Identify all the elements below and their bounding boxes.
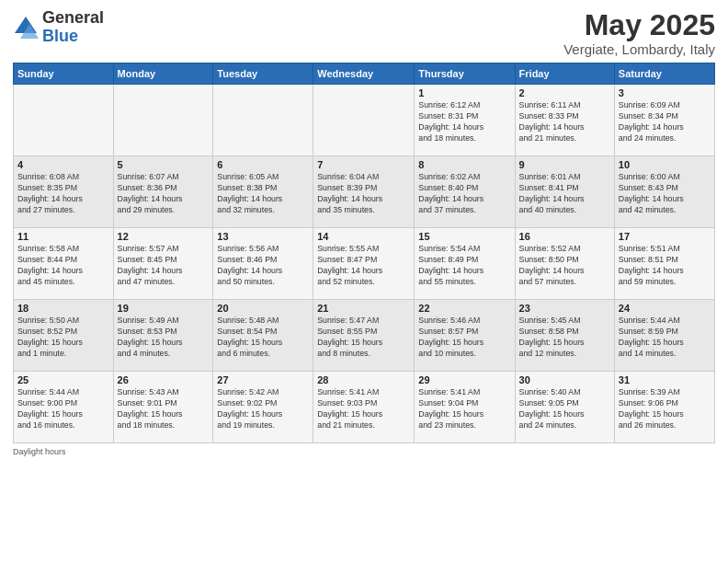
day-number: 26	[118, 374, 210, 385]
col-header-sunday: Sunday	[14, 63, 114, 85]
day-number: 2	[519, 87, 610, 98]
col-header-thursday: Thursday	[415, 63, 515, 85]
day-info: Sunrise: 5:43 AM Sunset: 9:01 PM Dayligh…	[118, 387, 210, 431]
day-info: Sunrise: 6:00 AM Sunset: 8:43 PM Dayligh…	[619, 172, 711, 216]
day-info: Sunrise: 5:54 AM Sunset: 8:49 PM Dayligh…	[418, 244, 510, 288]
calendar-cell: 11Sunrise: 5:58 AM Sunset: 8:44 PM Dayli…	[14, 228, 114, 300]
footer: Daylight hours	[13, 447, 715, 456]
day-number: 5	[118, 159, 210, 170]
calendar-cell: 6Sunrise: 6:05 AM Sunset: 8:38 PM Daylig…	[213, 156, 313, 228]
calendar-cell: 8Sunrise: 6:02 AM Sunset: 8:40 PM Daylig…	[415, 156, 515, 228]
day-number: 22	[418, 303, 510, 314]
header-row: SundayMondayTuesdayWednesdayThursdayFrid…	[14, 63, 715, 85]
day-number: 6	[217, 159, 309, 170]
day-info: Sunrise: 5:58 AM Sunset: 8:44 PM Dayligh…	[17, 244, 109, 288]
day-number: 17	[619, 231, 711, 242]
day-info: Sunrise: 5:44 AM Sunset: 9:00 PM Dayligh…	[17, 387, 109, 431]
calendar-cell: 16Sunrise: 5:52 AM Sunset: 8:50 PM Dayli…	[515, 228, 614, 300]
day-info: Sunrise: 5:39 AM Sunset: 9:06 PM Dayligh…	[619, 387, 711, 431]
day-number: 9	[519, 159, 610, 170]
day-number: 13	[217, 231, 309, 242]
calendar-cell: 14Sunrise: 5:55 AM Sunset: 8:47 PM Dayli…	[313, 228, 415, 300]
day-number: 20	[217, 303, 309, 314]
day-number: 27	[217, 374, 309, 385]
calendar-cell: 21Sunrise: 5:47 AM Sunset: 8:55 PM Dayli…	[313, 300, 415, 372]
logo: General Blue	[13, 9, 104, 46]
day-number: 23	[519, 303, 610, 314]
week-row-4: 18Sunrise: 5:50 AM Sunset: 8:52 PM Dayli…	[14, 300, 715, 372]
col-header-saturday: Saturday	[614, 63, 714, 85]
day-number: 29	[418, 374, 510, 385]
calendar-cell: 2Sunrise: 6:11 AM Sunset: 8:33 PM Daylig…	[515, 85, 614, 156]
day-number: 14	[317, 231, 410, 242]
day-info: Sunrise: 5:44 AM Sunset: 8:59 PM Dayligh…	[619, 316, 711, 360]
day-info: Sunrise: 5:42 AM Sunset: 9:02 PM Dayligh…	[217, 387, 309, 431]
day-info: Sunrise: 5:55 AM Sunset: 8:47 PM Dayligh…	[317, 244, 410, 288]
day-number: 31	[619, 374, 711, 385]
page: General Blue May 2025 Vergiate, Lombardy…	[0, 0, 728, 563]
calendar-cell: 18Sunrise: 5:50 AM Sunset: 8:52 PM Dayli…	[14, 300, 114, 372]
calendar-cell: 15Sunrise: 5:54 AM Sunset: 8:49 PM Dayli…	[415, 228, 515, 300]
day-info: Sunrise: 6:01 AM Sunset: 8:41 PM Dayligh…	[519, 172, 610, 216]
logo-text: General Blue	[42, 9, 104, 46]
day-number: 15	[418, 231, 510, 242]
calendar-cell: 22Sunrise: 5:46 AM Sunset: 8:57 PM Dayli…	[415, 300, 515, 372]
calendar-cell: 9Sunrise: 6:01 AM Sunset: 8:41 PM Daylig…	[515, 156, 614, 228]
day-number: 3	[619, 87, 711, 98]
day-info: Sunrise: 6:05 AM Sunset: 8:38 PM Dayligh…	[217, 172, 309, 216]
day-number: 1	[418, 87, 510, 98]
day-number: 7	[317, 159, 410, 170]
col-header-wednesday: Wednesday	[313, 63, 415, 85]
calendar-cell: 25Sunrise: 5:44 AM Sunset: 9:00 PM Dayli…	[14, 372, 114, 443]
subtitle: Vergiate, Lombardy, Italy	[563, 41, 715, 57]
day-info: Sunrise: 5:52 AM Sunset: 8:50 PM Dayligh…	[519, 244, 610, 288]
logo-general: General	[42, 9, 104, 28]
calendar-cell: 3Sunrise: 6:09 AM Sunset: 8:34 PM Daylig…	[614, 85, 714, 156]
day-info: Sunrise: 5:47 AM Sunset: 8:55 PM Dayligh…	[317, 316, 410, 360]
day-number: 4	[17, 159, 109, 170]
day-info: Sunrise: 6:04 AM Sunset: 8:39 PM Dayligh…	[317, 172, 410, 216]
logo-icon	[13, 15, 39, 40]
day-info: Sunrise: 5:48 AM Sunset: 8:54 PM Dayligh…	[217, 316, 309, 360]
col-header-friday: Friday	[515, 63, 614, 85]
day-info: Sunrise: 5:50 AM Sunset: 8:52 PM Dayligh…	[17, 316, 109, 360]
col-header-monday: Monday	[113, 63, 213, 85]
logo-blue: Blue	[42, 28, 104, 46]
day-number: 30	[519, 374, 610, 385]
calendar-cell: 30Sunrise: 5:40 AM Sunset: 9:05 PM Dayli…	[515, 372, 614, 443]
day-number: 11	[17, 231, 109, 242]
calendar-cell: 20Sunrise: 5:48 AM Sunset: 8:54 PM Dayli…	[213, 300, 313, 372]
day-number: 16	[519, 231, 610, 242]
day-info: Sunrise: 6:02 AM Sunset: 8:40 PM Dayligh…	[418, 172, 510, 216]
day-info: Sunrise: 5:45 AM Sunset: 8:58 PM Dayligh…	[519, 316, 610, 360]
col-header-tuesday: Tuesday	[213, 63, 313, 85]
main-title: May 2025	[563, 9, 715, 41]
day-info: Sunrise: 6:09 AM Sunset: 8:34 PM Dayligh…	[619, 100, 711, 144]
day-number: 24	[619, 303, 711, 314]
calendar-cell	[113, 85, 213, 156]
day-number: 28	[317, 374, 410, 385]
day-info: Sunrise: 5:41 AM Sunset: 9:04 PM Dayligh…	[418, 387, 510, 431]
calendar-cell: 23Sunrise: 5:45 AM Sunset: 8:58 PM Dayli…	[515, 300, 614, 372]
day-info: Sunrise: 5:49 AM Sunset: 8:53 PM Dayligh…	[118, 316, 210, 360]
calendar-cell: 17Sunrise: 5:51 AM Sunset: 8:51 PM Dayli…	[614, 228, 714, 300]
calendar-cell	[213, 85, 313, 156]
day-number: 21	[317, 303, 410, 314]
day-number: 10	[619, 159, 711, 170]
day-info: Sunrise: 5:56 AM Sunset: 8:46 PM Dayligh…	[217, 244, 309, 288]
calendar-cell: 13Sunrise: 5:56 AM Sunset: 8:46 PM Dayli…	[213, 228, 313, 300]
calendar-cell: 1Sunrise: 6:12 AM Sunset: 8:31 PM Daylig…	[415, 85, 515, 156]
day-number: 8	[418, 159, 510, 170]
calendar-cell: 10Sunrise: 6:00 AM Sunset: 8:43 PM Dayli…	[614, 156, 714, 228]
day-info: Sunrise: 5:46 AM Sunset: 8:57 PM Dayligh…	[418, 316, 510, 360]
day-info: Sunrise: 6:12 AM Sunset: 8:31 PM Dayligh…	[418, 100, 510, 144]
calendar-cell: 7Sunrise: 6:04 AM Sunset: 8:39 PM Daylig…	[313, 156, 415, 228]
calendar-cell: 5Sunrise: 6:07 AM Sunset: 8:36 PM Daylig…	[113, 156, 213, 228]
footer-text: Daylight hours	[13, 447, 66, 456]
day-number: 25	[17, 374, 109, 385]
calendar-cell: 28Sunrise: 5:41 AM Sunset: 9:03 PM Dayli…	[313, 372, 415, 443]
day-number: 18	[17, 303, 109, 314]
calendar-cell: 27Sunrise: 5:42 AM Sunset: 9:02 PM Dayli…	[213, 372, 313, 443]
calendar-cell: 29Sunrise: 5:41 AM Sunset: 9:04 PM Dayli…	[415, 372, 515, 443]
calendar-cell: 31Sunrise: 5:39 AM Sunset: 9:06 PM Dayli…	[614, 372, 714, 443]
